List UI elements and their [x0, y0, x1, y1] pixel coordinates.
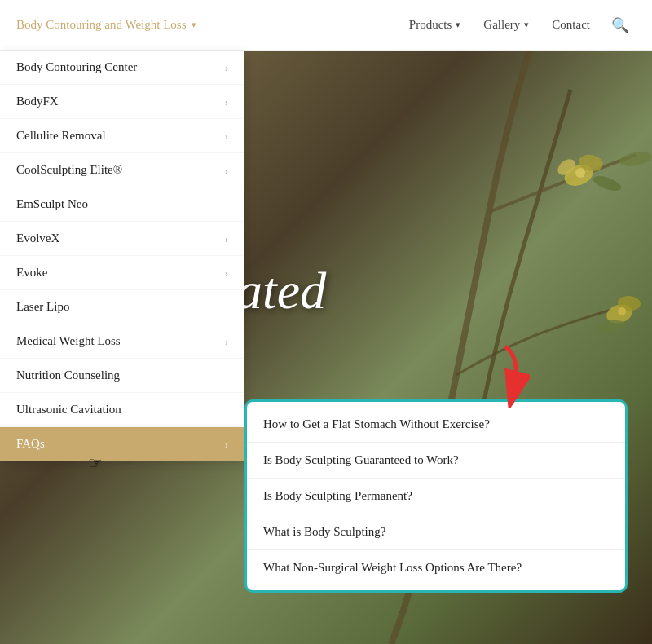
main-dropdown: Body Contouring Center › BodyFX › Cellul… — [0, 51, 244, 461]
dropdown-item-emsculpt-neo[interactable]: EmSculpt Neo — [0, 187, 244, 222]
hero-text: ated — [236, 261, 326, 321]
chevron-right-icon: › — [225, 267, 228, 280]
faq-item-body-sculpting-guaranteed[interactable]: Is Body Sculpting Guaranteed to Work? — [247, 443, 625, 479]
dropdown-item-evoke[interactable]: Evoke › — [0, 256, 244, 290]
nav-brand-label: Body Contouring and Weight Loss — [16, 18, 187, 32]
chevron-right-icon: › — [225, 61, 228, 74]
nav-items: Products ▾ Gallery ▾ Contact 🔍 — [401, 10, 636, 41]
search-button[interactable]: 🔍 — [605, 10, 636, 41]
search-icon: 🔍 — [611, 17, 629, 33]
dropdown-item-evolvex[interactable]: EvolveX › — [0, 222, 244, 256]
svg-point-8 — [592, 173, 623, 193]
chevron-right-icon: › — [225, 164, 228, 177]
dropdown-item-nutrition-counseling[interactable]: Nutrition Counseling — [0, 359, 244, 393]
red-arrow — [481, 342, 530, 408]
svg-point-3 — [575, 168, 585, 178]
faq-item-body-sculpting-permanent[interactable]: Is Body Sculpting Permanent? — [247, 479, 625, 514]
dropdown-item-body-contouring-center[interactable]: Body Contouring Center › — [0, 51, 244, 85]
nav-item-contact[interactable]: Contact — [544, 11, 598, 38]
navbar: Body Contouring and Weight Loss ▾ Produc… — [0, 0, 652, 51]
dropdown-item-coolsculpting[interactable]: CoolSculpting Elite® › — [0, 153, 244, 187]
dropdown-item-faqs[interactable]: FAQs › — [0, 427, 244, 461]
chevron-right-icon: › — [225, 130, 228, 143]
dropdown-item-bodyfx[interactable]: BodyFX › — [0, 85, 244, 119]
dropdown-item-medical-weight-loss[interactable]: Medical Weight Loss › — [0, 324, 244, 359]
svg-point-6 — [618, 307, 626, 315]
chevron-right-icon: › — [225, 438, 228, 451]
nav-brand[interactable]: Body Contouring and Weight Loss ▾ — [16, 18, 196, 32]
faq-item-nonsurgical-weight-loss[interactable]: What Non-Surgical Weight Loss Options Ar… — [247, 550, 625, 585]
nav-contact-label: Contact — [552, 18, 590, 32]
chevron-right-icon: › — [225, 335, 228, 348]
brand-chevron-icon: ▾ — [192, 20, 196, 30]
faq-item-flat-stomach[interactable]: How to Get a Flat Stomach Without Exerci… — [247, 407, 625, 443]
dropdown-item-cellulite-removal[interactable]: Cellulite Removal › — [0, 119, 244, 153]
svg-point-7 — [619, 150, 652, 169]
chevron-right-icon: › — [225, 95, 228, 108]
dropdown-item-laser-lipo[interactable]: Laser Lipo — [0, 290, 244, 324]
faqs-subdropdown: How to Get a Flat Stomach Without Exerci… — [244, 399, 628, 593]
chevron-right-icon: › — [225, 232, 228, 245]
products-chevron-icon: ▾ — [456, 20, 460, 30]
nav-gallery-label: Gallery — [483, 18, 520, 32]
dropdown-item-ultrasonic-cavitation[interactable]: Ultrasonic Cavitation — [0, 393, 244, 427]
nav-products-label: Products — [409, 18, 452, 32]
gallery-chevron-icon: ▾ — [524, 20, 529, 30]
nav-item-gallery[interactable]: Gallery ▾ — [475, 11, 537, 38]
faq-item-what-is-body-sculpting[interactable]: What is Body Sculpting? — [247, 514, 625, 550]
nav-item-products[interactable]: Products ▾ — [401, 11, 469, 38]
